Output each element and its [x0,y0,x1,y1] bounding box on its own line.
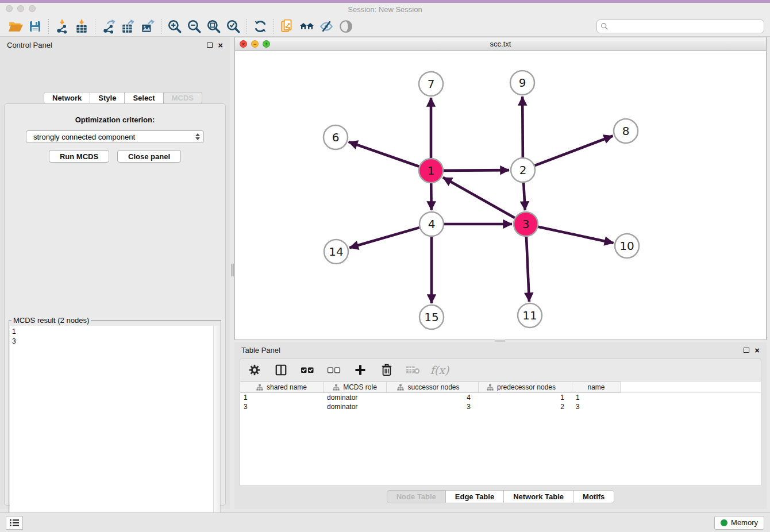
zoom-window-button[interactable] [29,5,36,12]
run-mcds-button[interactable]: Run MCDS [49,150,109,163]
export-network-button[interactable] [99,18,118,35]
column-header-predecessor-nodes[interactable]: predecessor nodes [479,381,572,393]
tab-select[interactable]: Select [125,92,163,104]
toggle-column-view-button[interactable] [274,363,288,377]
close-panel-icon[interactable]: × [218,41,223,49]
graph-node-2[interactable]: 2 [511,158,535,182]
memory-button[interactable]: Memory [714,516,764,530]
cell-predecessor-nodes[interactable]: 1 [479,393,572,402]
export-image-button[interactable] [138,18,157,35]
function-builder-button[interactable]: f(x) [432,363,447,377]
eye-slash-icon [319,19,334,34]
hide-selected-button[interactable] [317,18,336,35]
import-table-button[interactable] [72,18,91,35]
graph-edge-3-11[interactable] [526,237,529,302]
tab-edge-table[interactable]: Edge Table [446,490,504,503]
table-row[interactable]: 3 dominator 3 2 3 [240,402,761,411]
cell-successor-nodes[interactable]: 3 [387,402,479,411]
tab-node-table[interactable]: Node Table [387,490,446,503]
hierarchy-icon [333,384,340,391]
zoom-fit-button[interactable] [204,18,224,35]
cell-shared-name[interactable]: 1 [240,393,324,402]
graph-edge-1-4[interactable] [431,183,432,210]
select-all-button[interactable] [300,363,315,377]
network-window-titlebar[interactable]: × − + scc.txt [235,37,766,51]
tab-network[interactable]: Network [44,92,90,104]
float-panel-icon[interactable] [207,43,213,48]
network-minimize-button[interactable]: − [251,40,259,48]
toolbar-search-field[interactable] [596,20,764,33]
mcds-result-text[interactable]: 1 3 [10,326,220,532]
cell-predecessor-nodes[interactable]: 2 [479,402,572,411]
zoom-out-button[interactable] [184,18,204,35]
graph-node-10[interactable]: 10 [615,234,639,258]
import-network-button[interactable] [52,18,72,35]
graph-edge-1-2[interactable] [444,170,509,171]
network-canvas[interactable]: 7968124314101511 [235,51,766,339]
import-table-icon [74,19,89,34]
show-all-button[interactable] [336,18,356,35]
add-column-button[interactable] [353,363,368,377]
column-header-mcds-role[interactable]: MCDS role [324,381,387,393]
tab-style[interactable]: Style [90,92,125,104]
graph-node-4[interactable]: 4 [419,212,444,236]
deselect-all-button[interactable] [326,363,341,377]
graph-node-9[interactable]: 9 [510,71,534,95]
cell-mcds-role[interactable]: dominator [324,402,387,411]
open-file-button[interactable] [6,18,25,35]
graph-edge-1-6[interactable] [349,142,419,167]
network-from-selection-button[interactable] [278,18,297,35]
graph-node-7[interactable]: 7 [419,72,443,96]
refresh-button[interactable] [251,18,270,35]
close-panel-button[interactable]: Close panel [117,150,181,163]
cell-name[interactable]: 3 [572,402,621,411]
network-close-button[interactable]: × [240,40,247,48]
graph-edge-2-3[interactable] [523,183,525,210]
panel-splitter-handle[interactable] [231,264,234,276]
table-row[interactable]: 1 dominator 4 1 1 [240,393,761,402]
tab-network-table[interactable]: Network Table [504,490,573,503]
float-table-panel-icon[interactable] [744,348,749,353]
delete-table-button[interactable] [406,363,421,377]
first-neighbors-button[interactable] [297,18,317,35]
save-session-button[interactable] [25,18,45,35]
table-settings-button[interactable] [247,363,262,377]
delete-column-button[interactable] [379,363,394,377]
toolbar-separator [274,19,274,34]
column-header-shared-name[interactable]: shared name [240,381,324,393]
graph-node-3[interactable]: 3 [514,212,538,236]
tab-mcds[interactable]: MCDS [164,92,202,104]
cell-name[interactable]: 1 [572,393,621,402]
result-scrollbar[interactable] [213,326,220,532]
column-header-successor-nodes[interactable]: successor nodes [387,381,479,393]
graph-edge-3-10[interactable] [538,227,614,243]
zoom-selected-button[interactable] [224,18,243,35]
search-input[interactable] [611,22,760,30]
graph-edge-2-9[interactable] [522,97,523,157]
network-maximize-button[interactable]: + [263,40,270,48]
graph-node-8[interactable]: 8 [614,119,638,143]
tab-motifs[interactable]: Motifs [573,490,614,503]
window-traffic-lights[interactable] [6,5,36,12]
zoom-in-button[interactable] [165,18,184,35]
column-header-name[interactable]: name [572,381,621,393]
cell-mcds-role[interactable]: dominator [324,393,387,402]
graph-node-14[interactable]: 14 [324,240,348,264]
graph-edge-2-8[interactable] [535,136,613,166]
minimize-window-button[interactable] [17,5,24,12]
graph-node-11[interactable]: 11 [518,303,542,327]
close-window-button[interactable] [6,5,13,12]
graph-node-15[interactable]: 15 [419,305,444,329]
horizontal-splitter-handle[interactable] [495,340,505,342]
cell-shared-name[interactable]: 3 [240,402,324,411]
graph-edge-4-14[interactable] [349,228,419,248]
graph-node-6[interactable]: 6 [324,125,348,149]
graph-edge-3-1[interactable] [443,178,515,218]
export-table-button[interactable] [118,18,138,35]
criterion-dropdown[interactable]: strongly connected component [26,130,204,143]
node-label: 6 [332,130,340,144]
cell-successor-nodes[interactable]: 4 [387,393,479,402]
task-history-button[interactable] [6,516,23,530]
graph-node-1[interactable]: 1 [419,159,443,183]
close-table-panel-icon[interactable]: × [754,346,760,354]
